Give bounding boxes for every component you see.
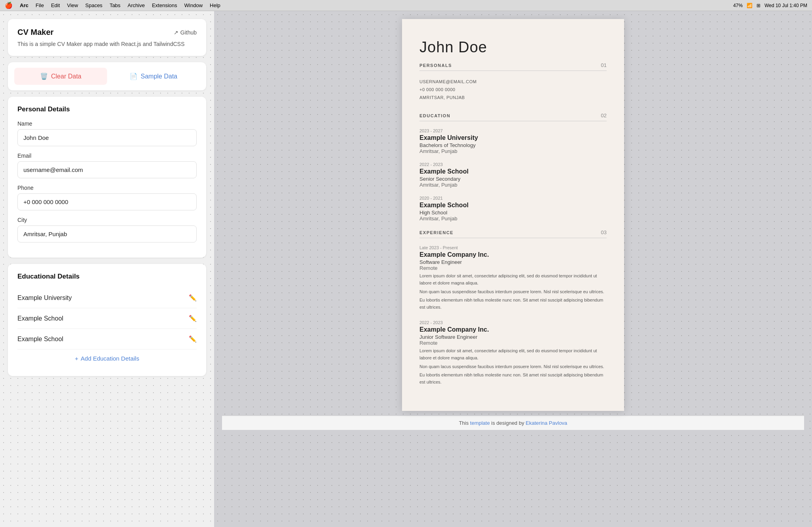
battery-indicator: 47% — [733, 3, 743, 8]
clear-data-button[interactable]: 🗑️ Clear Data — [14, 68, 107, 85]
edu-item-1[interactable]: Example School ✏️ — [17, 308, 197, 329]
template-link[interactable]: template — [470, 420, 490, 426]
personal-details-card: Personal Details Name Email Phone City — [8, 97, 206, 258]
cv-experience-header-row: EXPERIENCE 03 — [419, 229, 607, 238]
phone-label: Phone — [17, 185, 197, 191]
edit-icon-1[interactable]: ✏️ — [189, 315, 197, 322]
cv-exp-desc2-1: Non quam lacus suspendisse faucibus inte… — [419, 363, 607, 370]
add-education-button[interactable]: + Add Education Details — [17, 349, 197, 367]
control-center-icon[interactable]: ⊞ — [756, 3, 760, 8]
footer: This template is designed by Ekaterina P… — [222, 416, 804, 430]
clock: Wed 10 Jul 1:40 PM — [764, 3, 807, 8]
personal-section-title: Personal Details — [17, 105, 197, 113]
cv-edu-year-0: 2023 - 2027 — [419, 128, 607, 133]
cv-personals-label: PERSONALS — [419, 63, 452, 68]
cv-exp-item-0: Late 2023 - Present Example Company Inc.… — [419, 245, 607, 311]
menu-file[interactable]: File — [36, 2, 44, 8]
city-input[interactable] — [17, 225, 197, 242]
cv-exp-company-0: Example Company Inc. — [419, 251, 607, 258]
apple-logo-icon: 🍎 — [5, 2, 13, 9]
trash-icon: 🗑️ — [40, 73, 48, 80]
arrow-icon: ↗ — [174, 29, 178, 36]
edu-item-name-2: Example School — [17, 336, 63, 343]
cv-edu-item-2: 2020 - 2021 Example School High School A… — [419, 196, 607, 221]
cv-preview-panel: John Doe PERSONALS 01 USERNAME@EMAIL.COM… — [214, 11, 812, 527]
cv-edu-location-0: Amritsar, Punjab — [419, 148, 607, 154]
cv-exp-desc3-1: Eu lobortis elementum nibh tellus molest… — [419, 372, 607, 386]
cv-edu-name-0: Example University — [419, 134, 607, 141]
cv-exp-desc1-1: Lorem ipsum dolor sit amet, consectetur … — [419, 348, 607, 361]
menu-tabs[interactable]: Tabs — [109, 2, 120, 8]
cv-exp-title-0: Software Engineer — [419, 259, 607, 265]
cv-edu-name-2: Example School — [419, 202, 607, 209]
menubar: 🍎 Arc File Edit View Spaces Tabs Archive… — [0, 0, 812, 11]
cv-exp-year-1: 2022 - 2023 — [419, 320, 607, 325]
sample-data-button[interactable]: 📄 Sample Data — [107, 68, 200, 85]
cv-education-header-row: EDUCATION 02 — [419, 113, 607, 121]
menu-extensions[interactable]: Extensions — [152, 2, 177, 8]
action-buttons-card: 🗑️ Clear Data 📄 Sample Data — [8, 62, 206, 90]
cv-phone: +0 000 000 0000 — [419, 86, 607, 94]
name-field-group: Name — [17, 120, 197, 146]
github-link[interactable]: ↗ Github — [174, 29, 197, 36]
cv-exp-desc3-0: Eu lobortis elementum nibh tellus molest… — [419, 297, 607, 311]
cv-contact-info: USERNAME@EMAIL.COM +0 000 000 0000 AMRIT… — [419, 78, 607, 101]
menu-arc[interactable]: Arc — [20, 2, 29, 8]
edu-item-name-0: Example University — [17, 294, 72, 302]
menu-window[interactable]: Window — [184, 2, 203, 8]
menu-help[interactable]: Help — [210, 2, 220, 8]
cv-exp-item-1: 2022 - 2023 Example Company Inc. Junior … — [419, 320, 607, 386]
cv-edu-year-1: 2022 - 2023 — [419, 162, 607, 167]
cv-exp-year-0: Late 2023 - Present — [419, 245, 607, 250]
cv-experience-num: 03 — [601, 229, 607, 235]
education-section-title: Educational Details — [17, 273, 197, 281]
cv-paper: John Doe PERSONALS 01 USERNAME@EMAIL.COM… — [402, 19, 624, 411]
city-label: City — [17, 217, 197, 223]
app-description: This is a simple CV Maker app made with … — [17, 41, 197, 47]
cv-edu-item-0: 2023 - 2027 Example University Bachelors… — [419, 128, 607, 154]
cv-edu-degree-2: High School — [419, 210, 607, 216]
cv-exp-desc2-0: Non quam lacus suspendisse faucibus inte… — [419, 288, 607, 296]
name-label: Name — [17, 120, 197, 127]
menu-view[interactable]: View — [67, 2, 78, 8]
cv-education-label: EDUCATION — [419, 113, 450, 118]
phone-field-group: Phone — [17, 185, 197, 210]
educational-details-card: Educational Details Example University ✏… — [8, 264, 206, 376]
email-input[interactable] — [17, 161, 197, 178]
cv-edu-year-2: 2020 - 2021 — [419, 196, 607, 200]
cv-email: USERNAME@EMAIL.COM — [419, 78, 607, 86]
edit-icon-2[interactable]: ✏️ — [189, 335, 197, 343]
edu-item-0[interactable]: Example University ✏️ — [17, 288, 197, 308]
footer-text-before: This — [459, 420, 470, 426]
cv-exp-title-1: Junior Software Engineer — [419, 334, 607, 340]
cv-edu-degree-0: Bachelors of Technology — [419, 142, 607, 148]
name-input[interactable] — [17, 129, 197, 146]
cv-exp-company-1: Example Company Inc. — [419, 326, 607, 333]
cv-personals-num: 01 — [601, 62, 607, 68]
app-info-card: CV Maker ↗ Github This is a simple CV Ma… — [8, 19, 206, 56]
designer-link[interactable]: Ekaterina Pavlova — [526, 420, 567, 426]
footer-text-after: is designed by — [491, 420, 526, 426]
left-panel: CV Maker ↗ Github This is a simple CV Ma… — [0, 11, 214, 527]
cv-personals-header-row: PERSONALS 01 — [419, 62, 607, 71]
cv-exp-location-0: Remote — [419, 265, 607, 271]
menu-spaces[interactable]: Spaces — [85, 2, 102, 8]
cv-edu-location-2: Amritsar, Punjab — [419, 216, 607, 221]
edu-item-2[interactable]: Example School ✏️ — [17, 329, 197, 349]
edu-item-name-1: Example School — [17, 315, 63, 322]
menu-archive[interactable]: Archive — [128, 2, 145, 8]
cv-edu-name-1: Example School — [419, 168, 607, 175]
cv-education-num: 02 — [601, 113, 607, 118]
phone-input[interactable] — [17, 193, 197, 210]
cv-name: John Doe — [419, 39, 607, 56]
city-field-group: City — [17, 217, 197, 242]
app-title: CV Maker — [17, 28, 54, 37]
cv-exp-desc1-0: Lorem ipsum dolor sit amet, consectetur … — [419, 273, 607, 286]
wifi-icon: 📶 — [747, 3, 753, 8]
cv-edu-degree-1: Senior Secondary — [419, 176, 607, 182]
edit-icon-0[interactable]: ✏️ — [189, 294, 197, 302]
cv-edu-location-1: Amritsar, Punjab — [419, 182, 607, 188]
menu-edit[interactable]: Edit — [51, 2, 60, 8]
email-field-group: Email — [17, 153, 197, 178]
cv-experience-label: EXPERIENCE — [419, 230, 454, 235]
